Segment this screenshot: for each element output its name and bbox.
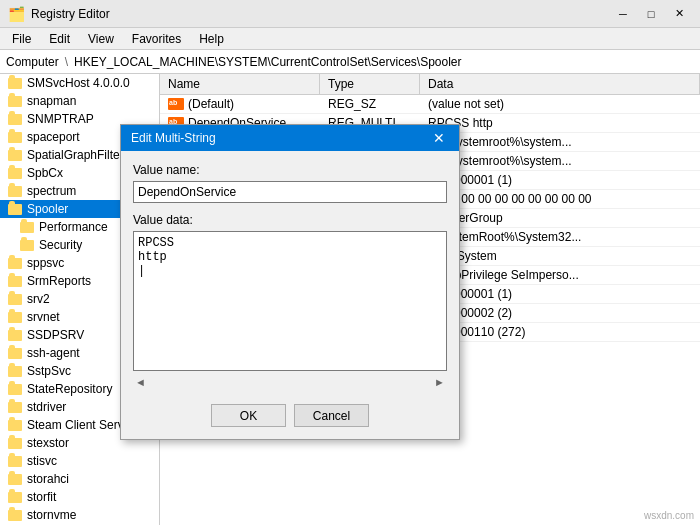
edit-multistring-dialog: Edit Multi-String ✕ Value name: Value da… xyxy=(120,124,460,440)
maximize-button[interactable]: □ xyxy=(638,4,664,24)
menu-bar: File Edit View Favorites Help xyxy=(0,28,700,50)
menu-help[interactable]: Help xyxy=(191,30,232,48)
menu-edit[interactable]: Edit xyxy=(41,30,78,48)
menu-view[interactable]: View xyxy=(80,30,122,48)
ok-button[interactable]: OK xyxy=(211,404,286,427)
value-data-textarea[interactable]: RPCSS http | xyxy=(133,231,447,371)
dialog-close-button[interactable]: ✕ xyxy=(429,131,449,145)
value-data-label: Value data: xyxy=(133,213,447,227)
address-bar: Computer \ HKEY_LOCAL_MACHINE\SYSTEM\Cur… xyxy=(0,50,700,74)
dialog-body: Value name: Value data: RPCSS http | ◄ ► xyxy=(121,151,459,396)
menu-file[interactable]: File xyxy=(4,30,39,48)
dialog-title-bar: Edit Multi-String ✕ xyxy=(121,125,459,151)
window-controls: ─ □ ✕ xyxy=(610,4,692,24)
scroll-left: ◄ xyxy=(135,376,146,388)
dialog-buttons: OK Cancel xyxy=(121,396,459,439)
address-path[interactable]: HKEY_LOCAL_MACHINE\SYSTEM\CurrentControl… xyxy=(74,55,694,69)
menu-favorites[interactable]: Favorites xyxy=(124,30,189,48)
app-icon: 🗂️ xyxy=(8,6,25,22)
value-name-label: Value name: xyxy=(133,163,447,177)
value-name-input[interactable] xyxy=(133,181,447,203)
cancel-button[interactable]: Cancel xyxy=(294,404,369,427)
scroll-right: ► xyxy=(434,376,445,388)
minimize-button[interactable]: ─ xyxy=(610,4,636,24)
close-button[interactable]: ✕ xyxy=(666,4,692,24)
dialog-title-text: Edit Multi-String xyxy=(131,131,216,145)
app-title: Registry Editor xyxy=(31,7,110,21)
main-content: SMSvcHost 4.0.0.0snapmanSNMPTRAPspacepor… xyxy=(0,74,700,525)
address-separator: \ xyxy=(65,55,68,69)
scrollbar-hint: ◄ ► xyxy=(133,376,447,388)
title-bar: 🗂️ Registry Editor ─ □ ✕ xyxy=(0,0,700,28)
address-label: Computer xyxy=(6,55,59,69)
